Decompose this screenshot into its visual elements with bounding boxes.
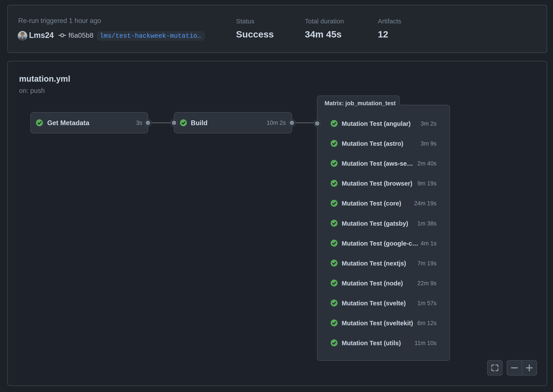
svg-text:3s: 3s [136, 119, 142, 126]
svg-text:9m 19s: 9m 19s [417, 180, 436, 187]
svg-text:Mutation Test (browser): Mutation Test (browser) [342, 180, 413, 187]
svg-text:3m 9s: 3m 9s [421, 140, 436, 147]
svg-text:Build: Build [191, 119, 208, 127]
svg-text:Mutation Test (svelte): Mutation Test (svelte) [342, 300, 406, 307]
svg-text:Mutation Test (core): Mutation Test (core) [342, 200, 401, 207]
svg-text:10m 2s: 10m 2s [267, 119, 286, 126]
svg-text:Mutation Test (sveltekit): Mutation Test (sveltekit) [342, 320, 413, 327]
svg-text:Mutation Test (astro): Mutation Test (astro) [342, 140, 403, 147]
svg-text:3m 2s: 3m 2s [421, 120, 436, 127]
svg-text:24m 19s: 24m 19s [414, 200, 436, 207]
svg-text:1m 57s: 1m 57s [417, 300, 436, 307]
svg-text:Mutation Test (node): Mutation Test (node) [342, 280, 403, 287]
svg-text:Mutation Test (utils): Mutation Test (utils) [342, 340, 401, 347]
svg-text:Mutation Test (aws-se…: Mutation Test (aws-se… [342, 160, 413, 167]
svg-text:Get Metadata: Get Metadata [47, 119, 90, 127]
svg-text:6m 12s: 6m 12s [417, 320, 436, 326]
svg-text:Mutation Test (nextjs): Mutation Test (nextjs) [342, 260, 406, 267]
svg-text:11m 10s: 11m 10s [415, 340, 436, 346]
svg-text:4m 1s: 4m 1s [421, 240, 436, 247]
svg-text:2m 40s: 2m 40s [417, 160, 436, 167]
svg-text:22m 9s: 22m 9s [417, 280, 436, 287]
svg-text:Mutation Test (gatsby): Mutation Test (gatsby) [342, 220, 408, 227]
svg-text:1m 38s: 1m 38s [417, 220, 436, 227]
svg-text:Mutation Test (google-c…: Mutation Test (google-c… [342, 240, 418, 247]
svg-text:Mutation Test (angular): Mutation Test (angular) [342, 120, 411, 127]
svg-text:Matrix: job_mutation_test: Matrix: job_mutation_test [325, 100, 396, 106]
svg-text:7m 19s: 7m 19s [417, 260, 436, 266]
